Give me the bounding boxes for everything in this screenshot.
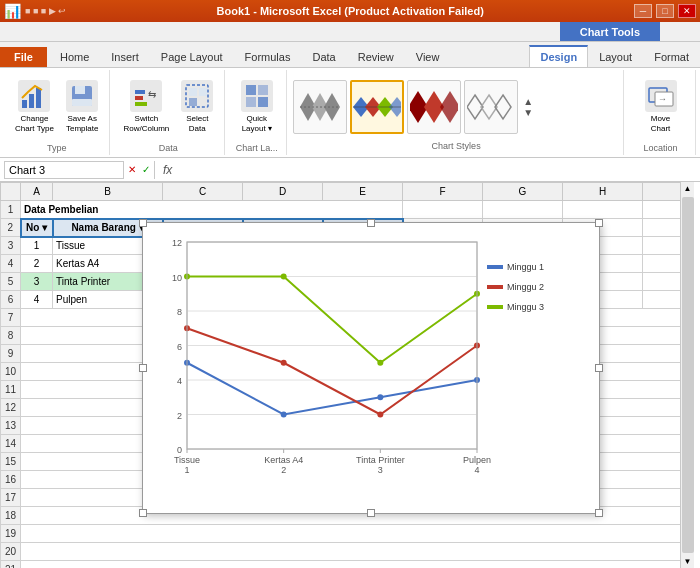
tab-formulas[interactable]: Formulas xyxy=(234,46,302,67)
cell-i1[interactable] xyxy=(643,201,681,219)
data-group-content: ⇆ SwitchRow/Column SelectData xyxy=(118,70,218,143)
svg-marker-29 xyxy=(440,91,458,123)
cell-i2[interactable] xyxy=(643,219,681,237)
layout-group-content: QuickLayout ▾ xyxy=(236,70,278,143)
col-header-b[interactable]: B xyxy=(53,183,163,201)
col-header-h[interactable]: H xyxy=(563,183,643,201)
chart-style-3[interactable] xyxy=(407,80,461,134)
col-header-g[interactable]: G xyxy=(483,183,563,201)
change-chart-type-button[interactable]: ChangeChart Type xyxy=(10,77,59,136)
scroll-thumb[interactable] xyxy=(682,197,694,553)
empty-row-19[interactable] xyxy=(21,525,681,543)
svg-rect-13 xyxy=(189,98,197,106)
tab-format[interactable]: Format xyxy=(643,46,700,67)
empty-row-20[interactable] xyxy=(21,543,681,561)
tab-page-layout[interactable]: Page Layout xyxy=(150,46,234,67)
svg-rect-7 xyxy=(135,96,143,100)
cell-g1[interactable] xyxy=(483,201,563,219)
chart-styles-up[interactable]: ▲ xyxy=(523,96,533,107)
cell-i5[interactable] xyxy=(643,273,681,291)
chart-style-4[interactable] xyxy=(464,80,518,134)
cell-a5[interactable]: 3 xyxy=(21,273,53,291)
empty-row-21[interactable] xyxy=(21,561,681,569)
title-bar: 📊 ■ ■ ■ ▶ ↩ Book1 - Microsoft Excel (Pro… xyxy=(0,0,700,22)
cell-i6[interactable] xyxy=(643,291,681,309)
tab-review[interactable]: Review xyxy=(347,46,405,67)
chart-style-2[interactable] xyxy=(350,80,404,134)
col-header-e[interactable]: E xyxy=(323,183,403,201)
name-box[interactable]: Chart 3 xyxy=(4,161,124,179)
col-header-c[interactable]: C xyxy=(163,183,243,201)
row-num: 18 xyxy=(1,507,21,525)
cell-a6[interactable]: 4 xyxy=(21,291,53,309)
cell-i4[interactable] xyxy=(643,255,681,273)
row-num: 6 xyxy=(1,291,21,309)
cell-a2[interactable]: No ▾ xyxy=(21,219,53,237)
tab-insert[interactable]: Insert xyxy=(100,46,150,67)
tab-data[interactable]: Data xyxy=(301,46,346,67)
table-row: 19 xyxy=(1,525,681,543)
table-row: 1 Data Pembelian xyxy=(1,201,681,219)
chart-style-1[interactable] xyxy=(293,80,347,134)
tab-layout[interactable]: Layout xyxy=(588,46,643,67)
row-num: 11 xyxy=(1,381,21,399)
cell-h1[interactable] xyxy=(563,201,643,219)
col-header-d[interactable]: D xyxy=(243,183,323,201)
cancel-formula-button[interactable]: ✕ xyxy=(128,164,136,175)
scroll-down-button[interactable]: ▼ xyxy=(682,555,694,568)
row-num: 4 xyxy=(1,255,21,273)
chart-container[interactable]: 024681012Tissue1Kertas A42Tinta Printer3… xyxy=(142,222,600,514)
tab-home[interactable]: Home xyxy=(49,46,100,67)
minimize-button[interactable]: ─ xyxy=(634,4,652,18)
tab-view[interactable]: View xyxy=(405,46,451,67)
svg-text:→: → xyxy=(658,94,667,104)
col-header-f[interactable]: F xyxy=(403,183,483,201)
select-data-button[interactable]: SelectData xyxy=(176,77,218,136)
cell-a4[interactable]: 2 xyxy=(21,255,53,273)
col-header-i[interactable]: I xyxy=(643,183,681,201)
cell-i3[interactable] xyxy=(643,237,681,255)
move-chart-button[interactable]: → MoveChart xyxy=(640,77,682,136)
switch-label: SwitchRow/Column xyxy=(123,114,169,133)
chart-handle-tr[interactable] xyxy=(595,219,603,227)
svg-text:12: 12 xyxy=(172,238,182,248)
cell-a3[interactable]: 1 xyxy=(21,237,53,255)
ribbon-group-type: ChangeChart Type Save AsTemplate Type xyxy=(4,70,110,155)
chart-handle-br[interactable] xyxy=(595,509,603,517)
col-header-a[interactable]: A xyxy=(21,183,53,201)
svg-text:6: 6 xyxy=(177,342,182,352)
chart-handle-tl[interactable] xyxy=(139,219,147,227)
chart-handle-ml[interactable] xyxy=(139,364,147,372)
maximize-button[interactable]: □ xyxy=(656,4,674,18)
scroll-up-button[interactable]: ▲ xyxy=(682,182,694,195)
svg-text:Minggu 3: Minggu 3 xyxy=(507,302,544,312)
type-group-content: ChangeChart Type Save AsTemplate xyxy=(10,70,103,143)
chart-handle-bl[interactable] xyxy=(139,509,147,517)
cell-a1[interactable]: Data Pembelian xyxy=(21,201,403,219)
formula-bar: Chart 3 ✕ ✓ fx xyxy=(0,158,700,182)
cell-f1[interactable] xyxy=(403,201,483,219)
location-content: → MoveChart xyxy=(640,70,682,143)
svg-rect-2 xyxy=(36,88,41,108)
svg-rect-16 xyxy=(246,97,256,107)
confirm-formula-button[interactable]: ✓ xyxy=(142,164,150,175)
save-template-label: Save AsTemplate xyxy=(66,114,98,133)
vertical-scrollbar[interactable]: ▲ ▼ xyxy=(680,182,694,568)
chart-styles-down[interactable]: ▼ xyxy=(523,107,533,118)
chart-handle-tc[interactable] xyxy=(367,219,375,227)
table-row: 21 xyxy=(1,561,681,569)
chart-handle-mr[interactable] xyxy=(595,364,603,372)
ribbon-group-location: → MoveChart Location xyxy=(626,70,696,155)
save-as-template-button[interactable]: Save AsTemplate xyxy=(61,77,103,136)
tab-file[interactable]: File xyxy=(0,47,47,67)
close-button[interactable]: ✕ xyxy=(678,4,696,18)
switch-row-column-button[interactable]: ⇆ SwitchRow/Column xyxy=(118,77,174,136)
svg-rect-4 xyxy=(75,86,85,94)
chart-handle-bc[interactable] xyxy=(367,509,375,517)
tab-design[interactable]: Design xyxy=(529,45,588,67)
row-num: 3 xyxy=(1,237,21,255)
change-chart-type-label: ChangeChart Type xyxy=(15,114,54,133)
row-num: 21 xyxy=(1,561,21,569)
quick-layout-button[interactable]: QuickLayout ▾ xyxy=(236,77,278,136)
row-num: 17 xyxy=(1,489,21,507)
